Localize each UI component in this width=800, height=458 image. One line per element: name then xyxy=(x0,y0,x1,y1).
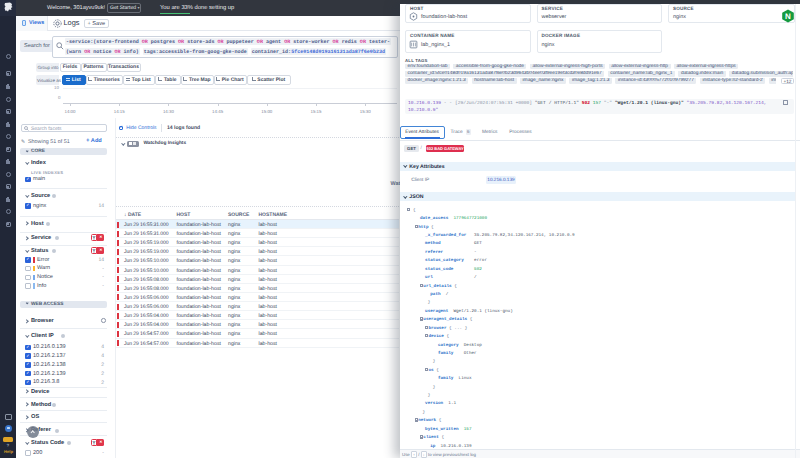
svg-text:N: N xyxy=(785,12,791,21)
